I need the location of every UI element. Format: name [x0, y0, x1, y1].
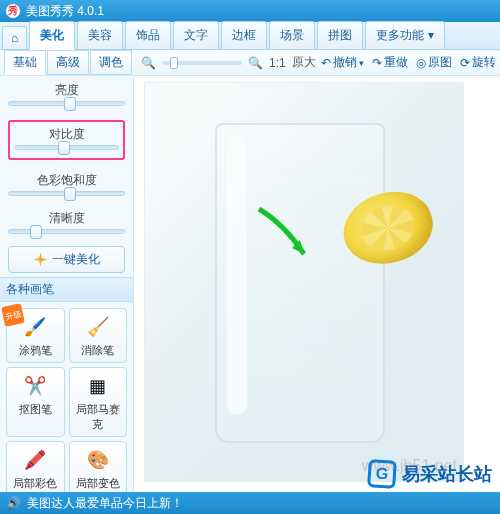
mosaic-icon: ▦	[84, 372, 112, 400]
sharpness-slider[interactable]	[8, 229, 125, 234]
main-tabs: ⌂ 美化 美容 饰品 文字 边框 场景 拼图 更多功能 ▾	[0, 22, 500, 50]
wand-icon	[34, 253, 48, 267]
onekey-beautify-button[interactable]: 一键美化	[8, 246, 125, 273]
tab-text[interactable]: 文字	[173, 21, 219, 49]
tab-home[interactable]: ⌂	[2, 26, 27, 49]
recolor-icon: 🎨	[84, 446, 112, 474]
upgrade-badge: 升级	[1, 303, 25, 327]
brightness-slider[interactable]	[8, 101, 125, 106]
zoom-in-icon[interactable]: 🔍	[248, 56, 263, 70]
original-button[interactable]: ◎原图	[416, 54, 452, 71]
sharpness-block: 清晰度	[0, 204, 133, 242]
undo-button[interactable]: ↶撤销▾	[321, 54, 364, 71]
brush-section-title: 各种画笔	[0, 277, 133, 302]
canvas-area: www.jb51.net	[134, 76, 500, 492]
site-mark-icon: G	[367, 459, 397, 489]
footer-text: 美图达人最爱单品今日上新！	[27, 495, 183, 512]
tool-mosaic[interactable]: ▦局部马赛克	[69, 367, 128, 437]
contrast-block: 对比度	[0, 114, 133, 166]
app-logo-icon: 秀	[6, 4, 20, 18]
tab-decor[interactable]: 饰品	[125, 21, 171, 49]
tab-scene[interactable]: 场景	[269, 21, 315, 49]
tool-recolor[interactable]: 🎨局部变色笔	[69, 441, 128, 492]
saturation-block: 色彩饱和度	[0, 166, 133, 204]
brush-icon: 🖌️	[21, 313, 49, 341]
tool-cutout[interactable]: ✂️抠图笔	[6, 367, 65, 437]
title-bar: 秀 美图秀秀 4.0.1	[0, 0, 500, 22]
tab-face[interactable]: 美容	[77, 21, 123, 49]
tool-colorize[interactable]: 🖍️局部彩色笔	[6, 441, 65, 492]
onekey-label: 一键美化	[52, 251, 100, 268]
zoom-label[interactable]: 原大	[292, 54, 316, 71]
eraser-icon: 🧹	[84, 313, 112, 341]
subtab-tone[interactable]: 调色	[90, 50, 132, 75]
tool-eraser[interactable]: 🧹消除笔	[69, 308, 128, 363]
tab-collage[interactable]: 拼图	[317, 21, 363, 49]
contrast-slider[interactable]	[14, 145, 119, 150]
zoom-out-icon[interactable]: 🔍	[141, 56, 156, 70]
brightness-block: 亮度	[0, 76, 133, 114]
speaker-icon: 🔊	[6, 496, 21, 510]
scissors-icon: ✂️	[21, 372, 49, 400]
saturation-slider[interactable]	[8, 191, 125, 196]
tool-graffiti[interactable]: 升级 🖌️涂鸦笔	[6, 308, 65, 363]
tab-frame[interactable]: 边框	[221, 21, 267, 49]
zoom-ratio: 1:1	[269, 56, 286, 70]
tab-beautify[interactable]: 美化	[29, 21, 75, 50]
redo-button[interactable]: ↷重做	[372, 54, 408, 71]
rotate-button[interactable]: ⟳旋转	[460, 54, 496, 71]
zoom-controls: 🔍 🔍 1:1 原大	[141, 54, 316, 71]
subtab-basic[interactable]: 基础	[4, 50, 46, 75]
app-title: 美图秀秀 4.0.1	[26, 3, 104, 20]
color-brush-icon: 🖍️	[21, 446, 49, 474]
subtabs: 基础 高级 调色	[4, 50, 133, 75]
glass-graphic	[215, 123, 385, 443]
image-preview[interactable]: www.jb51.net	[144, 82, 464, 482]
contrast-highlight: 对比度	[8, 120, 125, 160]
toolbar: 基础 高级 调色 🔍 🔍 1:1 原大 ↶撤销▾ ↷重做 ◎原图 ⟳旋转	[0, 50, 500, 76]
site-name: 易采站长站	[402, 462, 492, 486]
tab-more[interactable]: 更多功能 ▾	[365, 21, 444, 49]
zoom-slider[interactable]	[162, 61, 242, 65]
brush-grid: 升级 🖌️涂鸦笔 🧹消除笔 ✂️抠图笔 ▦局部马赛克 🖍️局部彩色笔 🎨局部变色…	[0, 302, 133, 492]
status-bar: 🔊 美图达人最爱单品今日上新！	[0, 492, 500, 514]
toolbar-right: ↶撤销▾ ↷重做 ◎原图 ⟳旋转	[321, 54, 496, 71]
main-area: 亮度 对比度 色彩饱和度 清晰度 一键美化 各种画笔 升级 🖌️涂鸦笔	[0, 76, 500, 492]
subtab-advanced[interactable]: 高级	[47, 50, 89, 75]
sidebar: 亮度 对比度 色彩饱和度 清晰度 一键美化 各种画笔 升级 🖌️涂鸦笔	[0, 76, 134, 492]
sharpness-label: 清晰度	[8, 210, 125, 227]
site-logo: G 易采站长站	[368, 460, 492, 488]
